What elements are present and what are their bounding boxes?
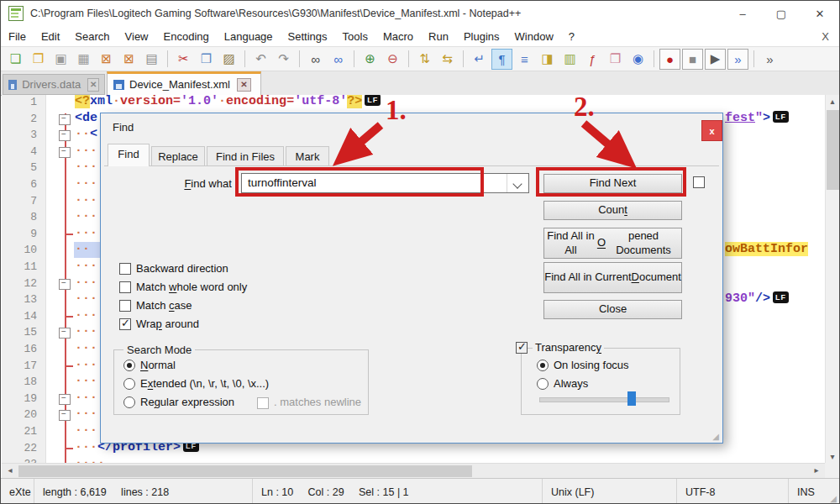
minimize-button[interactable]: –: [723, 1, 762, 26]
on-losing-focus-radio[interactable]: [537, 360, 549, 371]
line-number: 2: [3, 113, 37, 129]
folder-as-workspace-icon[interactable]: ❐: [605, 49, 626, 70]
dropdown-arrow-icon[interactable]: [507, 174, 528, 192]
line-number: 12: [3, 277, 37, 293]
run-macro-multiple-times-icon[interactable]: »: [727, 49, 748, 70]
menu-item-run[interactable]: Run: [421, 28, 456, 45]
always-radio[interactable]: [537, 378, 549, 390]
close-file-icon[interactable]: ⊠: [96, 49, 117, 70]
toolbar-overflow-icon[interactable]: »: [759, 49, 780, 70]
dialog-tab-find[interactable]: Find: [108, 144, 150, 166]
sync-vertical-scroll-icon[interactable]: ⇅: [414, 49, 435, 70]
find-all-current-button[interactable]: Find All in Current Document: [543, 262, 682, 293]
redo-icon[interactable]: ↷: [273, 49, 294, 70]
dialog-tab-find-in-files[interactable]: Find in Files: [207, 146, 284, 166]
match-case-checkbox[interactable]: [119, 300, 131, 312]
scroll-left-icon[interactable]: ◂: [3, 465, 17, 475]
find-next-button[interactable]: Find Next: [543, 174, 682, 193]
fold-collapse-icon[interactable]: [59, 279, 71, 290]
open-folder-icon[interactable]: ❐: [28, 49, 49, 70]
find-what-combobox[interactable]: turnoffinterval: [241, 173, 529, 193]
maximize-button[interactable]: ▢: [762, 1, 801, 26]
transparency-slider-thumb[interactable]: [627, 391, 636, 406]
transparency-slider[interactable]: [539, 397, 669, 402]
cut-icon[interactable]: ✂: [173, 49, 194, 70]
find-replace-icon[interactable]: ∞: [328, 49, 349, 70]
sync-horizontal-scroll-icon[interactable]: ⇆: [437, 49, 458, 70]
menu-item-encoding[interactable]: Encoding: [156, 28, 217, 45]
menu-item-plugins[interactable]: Plugins: [456, 28, 507, 45]
close-button[interactable]: ✕: [801, 1, 839, 26]
backward-direction-checkbox[interactable]: [119, 263, 131, 275]
fold-collapse-icon[interactable]: [59, 328, 71, 339]
find-all-opened-button[interactable]: Find All in All Opened Documents: [543, 228, 682, 259]
menu-item-settings[interactable]: Settings: [281, 28, 335, 45]
scroll-right-icon[interactable]: ▸: [810, 465, 823, 475]
record-macro-icon[interactable]: ●: [659, 49, 680, 70]
scroll-up-icon[interactable]: ▴: [826, 97, 839, 106]
tab-drivers-data[interactable]: Drivers.data ✕: [3, 74, 105, 95]
menu-item-macro[interactable]: Macro: [375, 28, 421, 45]
close-dialog-button[interactable]: Close: [543, 300, 682, 319]
fold-collapse-icon[interactable]: [59, 394, 71, 405]
paste-icon[interactable]: ▨: [218, 49, 239, 70]
word-wrap-icon[interactable]: ↵: [469, 49, 490, 70]
menu-item-language[interactable]: Language: [217, 28, 281, 45]
copy-icon[interactable]: ❒: [196, 49, 217, 70]
menu-item-window[interactable]: Window: [507, 28, 561, 45]
document-map-icon[interactable]: ▥: [559, 49, 580, 70]
match-whole-word-checkbox[interactable]: [119, 281, 131, 293]
vertical-scrollbar-thumb[interactable]: [827, 110, 840, 190]
vertical-scrollbar[interactable]: ▴ ▾: [825, 95, 840, 463]
close-all-icon[interactable]: ⊠: [118, 49, 139, 70]
menu-item-help[interactable]: ?: [561, 28, 582, 45]
find-what-value[interactable]: turnoffinterval: [248, 176, 317, 189]
find-icon[interactable]: ∞: [305, 49, 326, 70]
tab-device-manifest-xml[interactable]: Device_Manifest.xml ✕: [107, 71, 261, 95]
fold-collapse-icon[interactable]: [59, 114, 71, 125]
undo-icon[interactable]: ↶: [250, 49, 271, 70]
play-macro-icon[interactable]: ▶: [705, 49, 726, 70]
search-mode-extended-radio[interactable]: [123, 378, 135, 390]
new-file-icon[interactable]: ❏: [5, 49, 26, 70]
user-defined-dialog-icon[interactable]: ◨: [537, 49, 558, 70]
dialog-resize-grip-icon[interactable]: ◢: [712, 432, 719, 441]
tab-close-icon[interactable]: ✕: [87, 78, 99, 92]
indent-guide-icon[interactable]: ≡: [514, 49, 535, 70]
save-all-icon[interactable]: ▦: [73, 49, 94, 70]
zoom-in-icon[interactable]: ⊕: [360, 49, 381, 70]
dialog-tab-replace[interactable]: Replace: [151, 146, 205, 166]
code-token: <?: [75, 95, 90, 108]
dialog-close-button[interactable]: x: [701, 120, 722, 141]
menu-item-edit[interactable]: Edit: [34, 28, 67, 45]
code-token: ···: [75, 341, 97, 355]
search-mode-normal-radio[interactable]: [123, 360, 135, 371]
code-token: ···: [75, 358, 97, 372]
monitoring-eye-icon[interactable]: ◉: [627, 49, 648, 70]
code-token: ···: [75, 407, 97, 421]
fold-collapse-icon[interactable]: [59, 130, 71, 141]
menu-item-search[interactable]: Search: [67, 28, 117, 45]
dialog-tab-mark[interactable]: Mark: [286, 146, 329, 166]
scroll-down-icon[interactable]: ▾: [826, 452, 839, 461]
save-icon[interactable]: ▣: [50, 49, 71, 70]
print-icon[interactable]: ▤: [141, 49, 162, 70]
wrap-around-checkbox[interactable]: [119, 318, 131, 330]
fold-collapse-icon[interactable]: [59, 147, 71, 158]
tab-close-icon[interactable]: ✕: [237, 78, 251, 92]
function-list-icon[interactable]: ƒ: [582, 49, 603, 70]
menu-item-file[interactable]: File: [1, 28, 34, 45]
zoom-out-icon[interactable]: ⊖: [382, 49, 403, 70]
transparency-checkbox[interactable]: [516, 342, 528, 354]
fold-collapse-icon[interactable]: [59, 410, 71, 421]
show-all-characters-icon[interactable]: ¶: [491, 49, 512, 70]
close-document-icon[interactable]: X: [822, 30, 829, 43]
stop-recording-icon[interactable]: ■: [682, 49, 703, 70]
menu-item-view[interactable]: View: [118, 28, 156, 45]
horizontal-scrollbar-thumb[interactable]: [18, 465, 472, 477]
count-button[interactable]: Count: [543, 201, 682, 220]
find-next-side-checkbox[interactable]: [693, 176, 705, 188]
search-mode-regex-radio[interactable]: [123, 396, 135, 408]
menu-item-tools[interactable]: Tools: [335, 28, 375, 45]
horizontal-scrollbar[interactable]: ◂ ▸: [2, 463, 825, 478]
